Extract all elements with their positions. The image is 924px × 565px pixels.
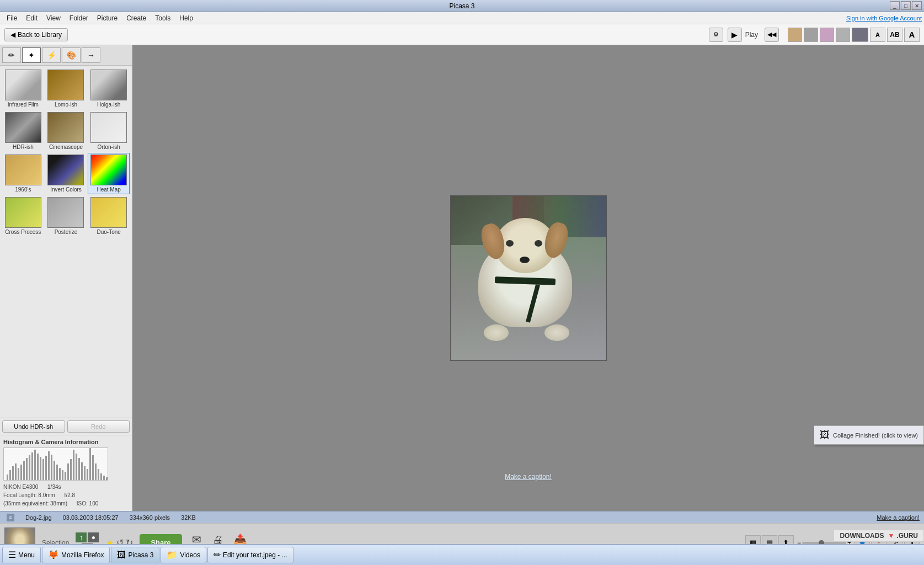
histogram-graph [3,447,108,481]
back-to-library-button[interactable]: ◀ Back to Library [4,28,68,41]
app-title: Picasa 3 [449,2,474,10]
play-button[interactable]: ▶ [728,28,742,42]
effect-duo-tone[interactable]: Duo-Tone [88,195,130,237]
menubar: File Edit View Folder Picture Create Too… [0,12,924,24]
view-thumb-4[interactable] [836,28,850,42]
toolbar: ◀ Back to Library ⚙ ▶ Play ◀◀ A AB A [0,24,924,45]
retouching-tab[interactable]: → [82,47,100,63]
basic-fixes-tab[interactable]: ✏ [2,47,21,63]
menu-create[interactable]: Create [122,13,151,23]
equiv-focal: (35mm equivalent: 38mm) [3,500,67,507]
effect-holga-ish[interactable]: Holga-ish [88,68,130,109]
photo-date: 03.03.2003 18:05:27 [63,514,119,521]
view-thumb-1[interactable] [788,28,802,42]
nav-prev-button[interactable]: ◀◀ [765,28,779,42]
picasa-icon: 🖼 [117,550,126,560]
photo-filesize: 32KB [181,514,196,521]
text-size-a2[interactable]: AB [887,28,902,42]
left-panel: ✏ ✦ ⚡ 🎨 → Infrared Film Lomo-ish [0,45,132,511]
menu-tools[interactable]: Tools [151,13,175,23]
play-label: Play [743,31,760,39]
effect-cross-process[interactable]: Cross Process [2,195,44,237]
view-thumb-3[interactable] [820,28,834,42]
effect-label-cross: Cross Process [5,229,41,235]
menu-view[interactable]: View [42,13,65,23]
taskbar-picasa[interactable]: 🖼 Picasa 3 [111,547,159,563]
upload-icon[interactable]: ↑ [76,532,87,542]
taskbar-videos-label: Videos [180,551,200,559]
effect-hdr-ish[interactable]: HDR-ish [2,110,44,152]
menu-file[interactable]: File [2,13,22,23]
effect-thumb-duotone [90,197,127,228]
effect-thumb-infrared [5,70,41,100]
effect-cinemascope[interactable]: Cinemascope [45,110,87,152]
menu-help[interactable]: Help [175,13,197,23]
effect-thumb-cross [5,197,41,228]
slideshow-button[interactable]: ⚙ [709,28,723,42]
menu-picture[interactable]: Picture [93,13,122,23]
taskbar-menu[interactable]: ☰ Menu [2,547,41,563]
watermark: DOWNLOADS ▼ .GURU [834,530,924,542]
effect-infrared-film[interactable]: Infrared Film [2,68,44,109]
shutter-speed: 1/34s [47,484,61,490]
make-caption-link[interactable]: Make a caption! [505,473,552,481]
effect-thumb-heatmap [90,154,127,185]
statusbar: ≡ Dog-2.jpg 03.03.2003 18:05:27 334x360 … [0,511,924,523]
zoom-track[interactable] [802,542,846,544]
histogram-title: Histogram & Camera Information [3,439,129,445]
photo-dimensions: 334x360 pixels [130,514,170,521]
taskbar-firefox[interactable]: 🦊 Mozilla Firefox [42,547,110,563]
effect-thumb-invert [47,154,84,185]
taskbar-videos[interactable]: 📁 Videos [161,547,206,563]
view-thumb-2[interactable] [804,28,818,42]
circle-icon[interactable]: ● [88,532,99,542]
back-arrow-icon: ◀ [10,31,15,39]
window-controls[interactable]: _ □ ✕ [890,1,922,10]
canvas-area: Make a caption! 🖼 Collage Finished! (cli… [132,45,924,511]
effect-label-invert: Invert Colors [50,186,82,193]
sign-in-link[interactable]: Sign in with Google Account [846,15,922,22]
equiv-line: (35mm equivalent: 38mm) ISO: 100 [3,499,129,508]
photo-container [450,195,607,361]
view-widescreen[interactable] [852,28,868,42]
effect-posterize[interactable]: Posterize [45,195,87,237]
effect-orton-ish[interactable]: Orton-ish [88,110,130,152]
view-options: A AB A [788,28,920,42]
caption-prompt[interactable]: Make a caption! [877,514,920,521]
redo-button: Redo [67,420,130,433]
effect-thumb-1960 [5,154,41,185]
effect-thumb-holga [90,70,127,100]
effect-invert-colors[interactable]: Invert Colors [45,153,87,194]
collage-notification[interactable]: 🖼 Collage Finished! (click to view) [814,425,924,445]
effect-thumb-orton [90,112,127,143]
effect-label-duotone: Duo-Tone [97,229,120,235]
effect-label-lomo: Lomo-ish [55,102,77,108]
watermark-accent: ▼ [888,532,894,540]
mini-nav-button[interactable]: ≡ [7,514,14,521]
creative-tab[interactable]: 🎨 [62,47,81,63]
filename: Dog-2.jpg [25,514,52,521]
maximize-button[interactable]: □ [901,1,911,10]
text-size-a3[interactable]: A [904,28,920,42]
aperture: f/2.8 [65,492,75,498]
play-area: ▶ Play [728,28,760,42]
taskbar-edit-label: Edit your text.jpeg - ... [223,551,287,559]
collage-message: Collage Finished! (click to view) [833,432,918,439]
text-size-a1[interactable]: A [870,28,885,42]
close-button[interactable]: ✕ [912,1,922,10]
effects-grid: Infrared Film Lomo-ish Holga-ish HDR-ish… [0,66,132,239]
camera-model: NIKON E4300 1/34s [3,483,129,491]
undo-button[interactable]: Undo HDR-ish [2,420,65,433]
effect-heat-map[interactable]: Heat Map [88,153,130,194]
tuning-tab[interactable]: ✦ [22,47,41,63]
effect-lomo-ish[interactable]: Lomo-ish [45,68,87,109]
menu-folder[interactable]: Folder [65,13,93,23]
collage-icon: 🖼 [820,429,830,441]
effects-tab[interactable]: ⚡ [42,47,61,63]
effect-1960s[interactable]: 1960's [2,153,44,194]
back-label: Back to Library [18,31,62,39]
watermark-guru: .GURU [896,532,918,540]
taskbar-edit-text[interactable]: ✏ Edit your text.jpeg - ... [207,547,293,563]
minimize-button[interactable]: _ [890,1,900,10]
menu-edit[interactable]: Edit [22,13,42,23]
